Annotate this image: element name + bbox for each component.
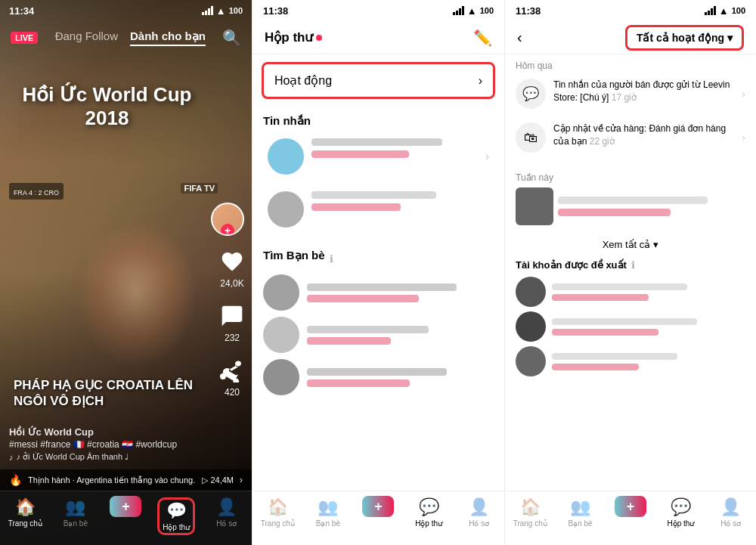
nav-inbox-p1[interactable]: 💬 Hộp thư [157, 497, 195, 535]
inbox-icon-p1: 💬 [166, 501, 187, 521]
inbox-header: Hộp thư ✏️ [253, 21, 504, 54]
ban-be-avatar-2 [263, 317, 299, 353]
side-actions: 24,0K 232 420 [220, 249, 244, 398]
tk-lines-3 [552, 353, 745, 370]
bottom-nav-p2: 🏠 Trang chủ 👥 Bạn bè + 💬 Hộp thư 👤 Hồ sơ [253, 491, 504, 545]
video-meta: Hồi Ức World Cup #messi #france 🇫🇷 #croa… [9, 426, 214, 462]
ban-be-item-2[interactable] [263, 317, 494, 353]
nav-friends-p3[interactable]: 👥 Bạn bè [562, 497, 600, 528]
nav-friends-p2[interactable]: 👥 Bạn bè [309, 497, 347, 528]
ban-be-item-1[interactable] [263, 274, 494, 311]
inbox-icon-p3: 💬 [671, 497, 691, 517]
tk-lines-1 [552, 283, 745, 301]
wifi-icon-p3: ▲ [719, 5, 729, 17]
tk-avatar-1 [516, 277, 546, 307]
nav-profile-p1[interactable]: 👤 Hồ sơ [208, 497, 246, 528]
friends-icon-p3: 👥 [570, 497, 590, 517]
following-tab[interactable]: Đang Follow [55, 29, 118, 46]
share-button[interactable]: 420 [220, 358, 244, 398]
info-icon-ban-be: ℹ [330, 253, 333, 265]
ban-be-section: Tìm Bạn bè ℹ [253, 244, 504, 406]
notif-item-1[interactable]: 💬 Tin nhắn của người bán được gửi từ Lee… [516, 76, 745, 112]
time-p1: 11:34 [9, 5, 34, 17]
nav-plus-p1[interactable]: + [107, 497, 144, 517]
live-badge[interactable]: LIVE [11, 32, 38, 44]
tk-row-3[interactable] [516, 346, 745, 376]
hom-qua-section: Hôm qua 💬 Tin nhắn của người bán được gử… [505, 54, 756, 166]
notif-item-2[interactable]: 🛍 Cập nhật về cửa hàng: Đánh giá đơn hàn… [516, 119, 745, 156]
time-p3: 11:38 [516, 5, 541, 17]
message-content-1 [311, 138, 475, 158]
inbox-dot [316, 35, 322, 41]
panel-inbox: 11:38 ▲ 100 Hộp thư ✏️ Hoạt động › Tin n… [252, 0, 504, 545]
nav-profile-p2[interactable]: 👤 Hồ sơ [460, 497, 498, 528]
tk-row-1[interactable] [516, 277, 745, 307]
ban-be-header: Tìm Bạn bè ℹ [263, 249, 494, 268]
notif-chevron-2: › [742, 132, 745, 144]
nav-inbox-p2[interactable]: 💬 Hộp thư [410, 497, 448, 528]
tuan-nay-item[interactable] [516, 187, 745, 225]
creator-avatar[interactable] [211, 203, 244, 236]
plus-button-p3[interactable]: + [615, 496, 646, 517]
like-button[interactable]: 24,0K [220, 249, 244, 289]
tk-avatar-2 [516, 311, 546, 342]
message-item-1[interactable]: › [263, 134, 494, 179]
activity-header: ‹ Tất cả hoạt động ▾ [505, 21, 756, 54]
search-icon-p1[interactable]: 🔍 [222, 29, 241, 47]
panel-activity: 11:38 ▲ 100 ‹ Tất cả hoạt động ▾ Hôm qua… [504, 0, 756, 545]
chevron-right-icon: › [479, 74, 482, 88]
tai-khoan-grid [516, 277, 745, 376]
nav-home-p3[interactable]: 🏠 Trang chủ [511, 497, 549, 528]
home-icon-p3: 🏠 [520, 497, 541, 517]
home-icon-p1: 🏠 [15, 497, 36, 517]
xem-tat-ca-button[interactable]: Xem tất cả ▾ [505, 234, 756, 255]
nav-plus-p3[interactable]: + [612, 497, 649, 517]
back-icon-p3[interactable]: ‹ [517, 29, 522, 46]
profile-icon-p1: 👤 [216, 497, 237, 517]
tk-row-2[interactable] [516, 311, 745, 342]
message-item-2[interactable] [263, 187, 494, 232]
status-bar-p1: 11:34 ▲ 100 [0, 0, 252, 21]
friends-icon-p2: 👥 [318, 497, 338, 517]
ban-be-item-3[interactable] [263, 359, 494, 395]
notif-content-1: Tin nhắn của người bán được gửi từ Leevi… [553, 79, 734, 104]
ban-be-content-3 [307, 368, 494, 387]
panel-feed: 11:34 ▲ 100 LIVE Đang Follow Dành cho bạ… [0, 0, 252, 545]
nav-profile-p3[interactable]: 👤 Hồ sơ [712, 497, 750, 528]
message-avatar-1 [268, 138, 304, 175]
signal-icon-p1 [202, 6, 213, 15]
plus-button-p1[interactable]: + [110, 496, 141, 517]
compose-icon[interactable]: ✏️ [473, 29, 492, 47]
status-bar-p3: 11:38 ▲ 100 [505, 0, 756, 21]
ban-be-content-1 [307, 283, 494, 302]
for-you-tab[interactable]: Dành cho bạn [130, 29, 206, 46]
notif-chevron-1: › [742, 88, 745, 100]
nav-plus-p2[interactable]: + [359, 497, 397, 517]
tat-ca-button[interactable]: Tất cả hoạt động ▾ [625, 25, 744, 51]
ban-be-avatar-1 [263, 274, 299, 311]
nav-home-p1[interactable]: 🏠 Trang chủ [6, 497, 44, 528]
chevron-down-icon: ▾ [727, 32, 733, 44]
profile-icon-p3: 👤 [720, 497, 741, 517]
trending-bar[interactable]: 🔥 Thịnh hành · Argentina tiến thẳng vào … [0, 469, 252, 491]
notif-content-2: Cập nhật về cửa hàng: Đánh giá đơn hàng … [553, 122, 734, 148]
trending-chevron-icon: › [240, 475, 243, 485]
nav-friends-p1[interactable]: 👥 Bạn bè [57, 497, 94, 528]
friends-icon-p1: 👥 [65, 497, 85, 517]
hoat-dong-box[interactable]: Hoạt động › [262, 62, 495, 99]
tai-khoan-header: Tài khoản được đề xuất ℹ [516, 259, 745, 271]
ban-be-avatar-3 [263, 359, 299, 395]
shop-notif-icon: 🛍 [516, 122, 546, 153]
plus-button-p2[interactable]: + [362, 496, 394, 517]
nav-home-p2[interactable]: 🏠 Trang chủ [259, 497, 296, 528]
battery-p2: 100 [480, 6, 494, 15]
inbox-icon-p2: 💬 [419, 497, 439, 517]
wifi-icon-p1: ▲ [216, 5, 226, 17]
inbox-title-wrap: Hộp thư [265, 29, 322, 45]
tai-khoan-section: Tài khoản được đề xuất ℹ [505, 255, 756, 381]
message-content-2 [311, 191, 489, 211]
nav-inbox-p3[interactable]: 💬 Hộp thư [662, 497, 699, 528]
message-chevron-icon: › [485, 150, 489, 163]
comment-button[interactable]: 232 [220, 304, 244, 343]
wifi-icon-p2: ▲ [467, 5, 477, 17]
